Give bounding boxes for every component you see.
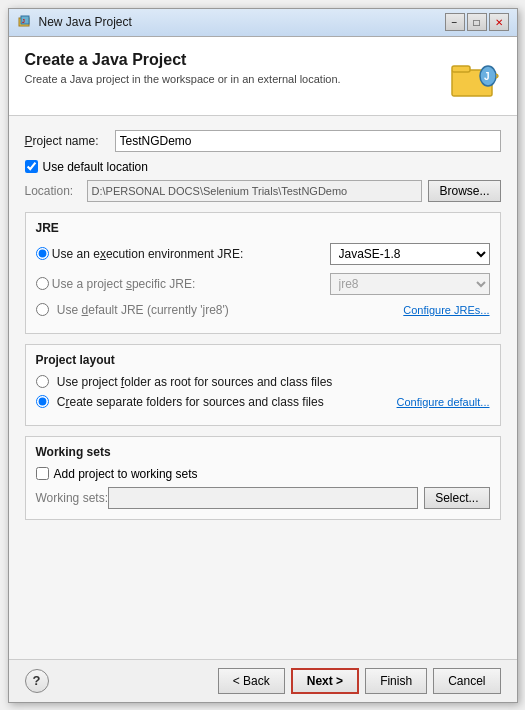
header-text: Create a Java Project Create a Java proj… [25,51,449,85]
layout-separate-row: Create separate folders for sources and … [36,395,490,409]
next-button[interactable]: Next > [291,668,359,694]
jre-project-label: Use a project specific JRE: [49,277,324,291]
jre-project-dropdown[interactable]: jre8 [330,273,490,295]
project-name-input[interactable] [115,130,501,152]
jre-group: JRE Use an execution environment JRE: Ja… [25,212,501,334]
working-sets-input-row: Working sets: Select... [36,487,490,509]
select-button[interactable]: Select... [424,487,489,509]
layout-separate-label: Create separate folders for sources and … [54,395,397,409]
jre-env-radio[interactable] [36,247,49,260]
jre-project-radio[interactable] [36,277,49,290]
window-controls: − □ ✕ [445,13,509,31]
main-window: J New Java Project − □ ✕ Create a Java P… [8,8,518,703]
maximize-button[interactable]: □ [467,13,487,31]
configure-jres-link[interactable]: Configure JREs... [403,304,489,316]
project-name-label: Project name: [25,134,115,148]
working-sets-input[interactable] [108,487,418,509]
location-row: Location: Browse... [25,180,501,202]
use-default-location-label[interactable]: Use default location [43,160,148,174]
dialog-header: Create a Java Project Create a Java proj… [9,37,517,116]
project-name-row: Project name: [25,130,501,152]
use-default-location-checkbox[interactable] [25,160,38,173]
working-sets-title: Working sets [36,445,490,459]
layout-separate-radio[interactable] [36,395,49,408]
help-button[interactable]: ? [25,669,49,693]
add-to-working-sets-checkbox[interactable] [36,467,49,480]
dialog-footer: ? < Back Next > Finish Cancel [9,659,517,702]
add-to-working-sets-label[interactable]: Add project to working sets [54,467,198,481]
jre-env-dropdown[interactable]: JavaSE-1.8 JavaSE-11 JavaSE-17 [330,243,490,265]
titlebar: J New Java Project − □ ✕ [9,9,517,37]
dialog-icon: J [449,51,501,103]
add-to-working-sets-row: Add project to working sets [36,467,490,481]
dialog-content: Project name: Use default location Locat… [9,116,517,659]
location-input[interactable] [87,180,423,202]
project-layout-group: Project layout Use project folder as roo… [25,344,501,426]
jre-default-label: Use default JRE (currently 'jre8') [54,303,404,317]
window-title: New Java Project [39,15,445,29]
close-button[interactable]: ✕ [489,13,509,31]
jre-title: JRE [36,221,490,235]
svg-text:J: J [484,71,490,82]
dialog-description: Create a Java project in the workspace o… [25,73,449,85]
jre-project-row: Use a project specific JRE: jre8 [36,273,490,295]
use-default-location-row: Use default location [25,160,501,174]
footer-right: < Back Next > Finish Cancel [218,668,501,694]
jre-default-radio[interactable] [36,303,49,316]
dialog-title: Create a Java Project [25,51,449,69]
jre-env-row: Use an execution environment JRE: JavaSE… [36,243,490,265]
svg-text:J: J [22,18,25,24]
layout-folder-root-radio[interactable] [36,375,49,388]
layout-folder-root-row: Use project folder as root for sources a… [36,375,490,389]
back-button[interactable]: < Back [218,668,285,694]
project-layout-title: Project layout [36,353,490,367]
working-sets-group: Working sets Add project to working sets… [25,436,501,520]
minimize-button[interactable]: − [445,13,465,31]
working-sets-label: Working sets: [36,491,108,505]
browse-button[interactable]: Browse... [428,180,500,202]
location-label: Location: [25,184,87,198]
footer-left: ? [25,669,49,693]
window-icon: J [17,14,33,30]
jre-default-row: Use default JRE (currently 'jre8') Confi… [36,303,490,317]
jre-env-label: Use an execution environment JRE: [49,247,324,261]
layout-folder-root-label: Use project folder as root for sources a… [54,375,490,389]
configure-default-link[interactable]: Configure default... [397,396,490,408]
svg-rect-4 [452,66,470,72]
finish-button[interactable]: Finish [365,668,427,694]
cancel-button[interactable]: Cancel [433,668,500,694]
